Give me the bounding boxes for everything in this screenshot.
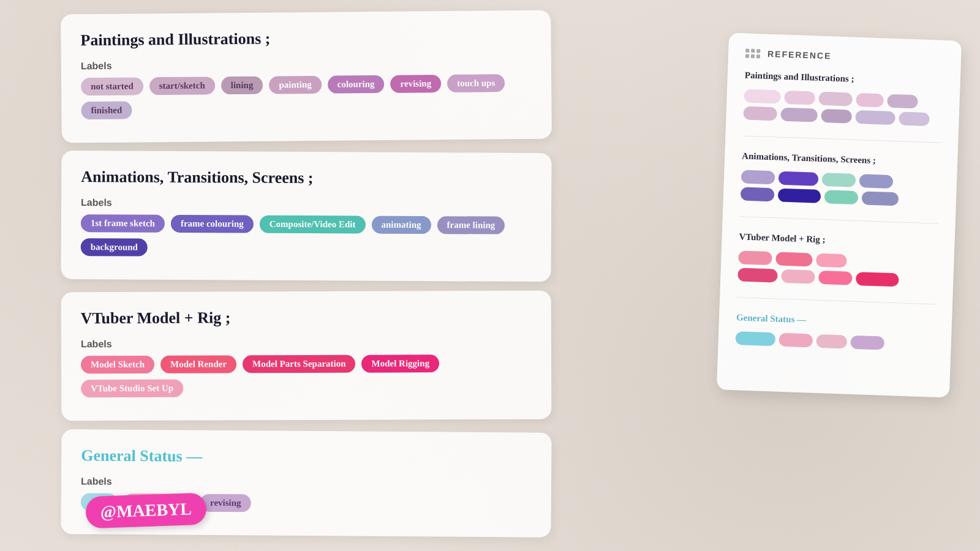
animations-tags-row-2: background: [81, 238, 532, 258]
ref-tag-vtuber-6: [818, 271, 853, 285]
animations-labels-heading: Labels: [81, 197, 532, 211]
tag-model-sketch[interactable]: Model Sketch: [81, 356, 154, 373]
ref-animations-row-2: [741, 187, 940, 207]
tag-not-started[interactable]: not started: [81, 77, 143, 96]
ref-tag-anim-8: [862, 191, 899, 206]
paintings-card: Paintings and Illustrations ; Labels not…: [61, 10, 552, 143]
tag-background[interactable]: background: [81, 238, 148, 257]
ref-tag-paintings-2: [784, 91, 815, 105]
ref-tag-paintings-3: [818, 92, 853, 107]
ref-tag-anim-1: [741, 170, 775, 184]
animations-card: Animations, Transitions, Screens ; Label…: [61, 151, 551, 282]
ref-tag-vtuber-4: [737, 268, 778, 282]
ref-tag-anim-2: [778, 171, 819, 186]
ref-tag-anim-6: [778, 188, 821, 203]
tag-model-parts[interactable]: Model Parts Separation: [243, 355, 356, 373]
ref-vtuber-title: VTuber Model + Rig ;: [739, 231, 937, 249]
tag-animating[interactable]: animating: [371, 216, 431, 234]
tag-vtube-studio[interactable]: VTube Studio Set Up: [81, 380, 183, 398]
ref-paintings-row-1: [744, 89, 943, 109]
ref-tag-paintings-7: [780, 108, 818, 122]
general-status-title: General Status —: [81, 446, 532, 468]
ref-tag-anim-3: [822, 173, 856, 187]
ref-tag-vtuber-5: [781, 269, 815, 284]
tag-lining[interactable]: lining: [221, 77, 263, 95]
tag-1st-frame-sketch[interactable]: 1st frame sketch: [81, 214, 165, 233]
ref-animations-title: Animations, Transitions, Screens ;: [742, 151, 940, 168]
ref-paintings-section: Paintings and Illustrations ;: [742, 70, 943, 143]
tag-model-rigging[interactable]: Model Rigging: [361, 354, 439, 372]
paintings-title: Paintings and Illustrations ;: [80, 28, 531, 50]
ref-tag-vtuber-2: [775, 252, 813, 266]
ref-tag-paintings-4: [856, 93, 884, 108]
paintings-tags-row-1: not started start/sketch lining painting…: [81, 74, 532, 96]
reference-header: REFERENCE: [745, 48, 944, 65]
ref-tag-paintings-6: [743, 106, 777, 121]
paintings-labels-heading: Labels: [81, 57, 532, 72]
vtuber-title: VTuber Model + Rig ;: [81, 308, 532, 328]
paintings-tags-row-2: finished: [81, 98, 532, 119]
tag-touch-ups[interactable]: touch ups: [447, 74, 505, 92]
watermark: @MAEBYL: [85, 493, 207, 529]
ref-tag-paintings-9: [855, 110, 895, 125]
ref-vtuber-row-2: [737, 268, 937, 288]
tag-start-sketch[interactable]: start/sketch: [149, 77, 215, 95]
ref-tag-paintings-1: [744, 89, 781, 103]
ref-tag-general-3: [816, 334, 847, 349]
ref-tag-anim-5: [741, 187, 775, 201]
animations-title: Animations, Transitions, Screens ;: [81, 168, 532, 189]
vtuber-labels-heading: Labels: [81, 337, 532, 350]
ref-animations-section: Animations, Transitions, Screens ;: [740, 151, 941, 223]
tag-composite-video[interactable]: Composite/Video Edit: [260, 216, 366, 234]
tag-colouring[interactable]: colouring: [328, 75, 385, 94]
ref-general-section: General Status —: [735, 312, 935, 367]
ref-tag-general-4: [850, 335, 884, 350]
reference-dots-icon: [745, 48, 761, 58]
ref-tag-paintings-8: [821, 109, 852, 124]
vtuber-tags-row-1: Model Sketch Model Render Model Parts Se…: [81, 354, 532, 374]
ref-tag-vtuber-3: [816, 253, 847, 268]
ref-tag-general-1: [736, 331, 776, 346]
vtuber-tags-row-2: VTube Studio Set Up: [81, 378, 532, 398]
ref-paintings-title: Paintings and Illustrations ;: [745, 70, 943, 87]
tag-finished[interactable]: finished: [81, 101, 132, 119]
tag-painting[interactable]: painting: [269, 76, 322, 94]
tag-revising-gs[interactable]: revising: [200, 494, 251, 512]
reference-title: REFERENCE: [767, 49, 832, 61]
ref-animations-row-1: [741, 170, 940, 190]
ref-paintings-row-2: [743, 106, 942, 126]
general-status-labels-heading: Labels: [81, 476, 532, 490]
ref-tag-anim-7: [824, 190, 859, 204]
animations-tags-row-1: 1st frame sketch frame colouring Composi…: [81, 214, 532, 234]
tag-model-render[interactable]: Model Render: [160, 355, 236, 373]
vtuber-card: VTuber Model + Rig ; Labels Model Sketch…: [61, 291, 552, 421]
ref-general-title: General Status —: [736, 312, 935, 329]
ref-tag-vtuber-1: [738, 250, 772, 265]
ref-tag-vtuber-7: [856, 272, 899, 287]
ref-tag-paintings-10: [899, 111, 930, 126]
ref-vtuber-row-1: [738, 250, 937, 271]
tag-revising[interactable]: revising: [390, 75, 441, 93]
ref-tag-general-2: [778, 333, 813, 348]
tag-frame-lining[interactable]: frame lining: [437, 216, 505, 234]
main-content: Paintings and Illustrations ; Labels not…: [61, 12, 551, 547]
reference-panel: REFERENCE Paintings and Illustrations ; …: [717, 33, 962, 398]
ref-tag-paintings-5: [887, 94, 918, 109]
ref-vtuber-section: VTuber Model + Rig ;: [737, 231, 938, 304]
ref-tag-anim-4: [859, 174, 894, 189]
ref-general-row: [736, 331, 935, 351]
tag-frame-colouring[interactable]: frame colouring: [171, 215, 254, 233]
